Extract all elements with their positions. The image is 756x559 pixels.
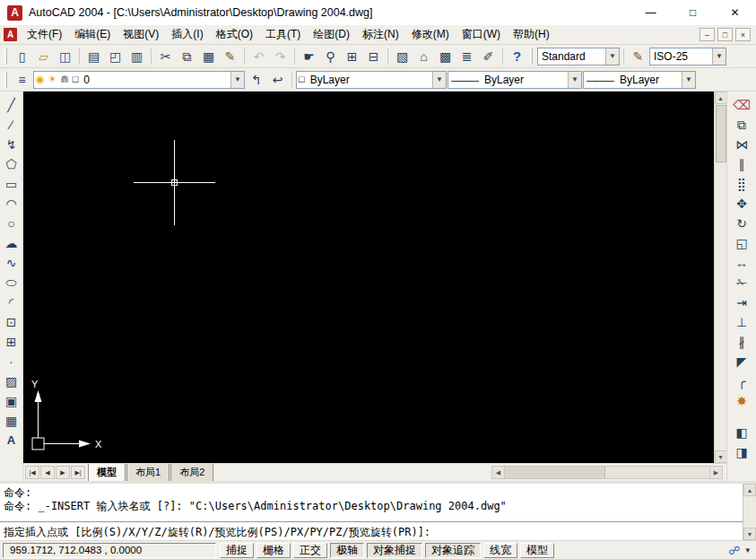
zoom-window-button[interactable]: ⊞: [342, 47, 362, 66]
break-at-point-button[interactable]: ⊥: [732, 312, 752, 331]
toggle-lwt[interactable]: 线宽: [483, 543, 517, 558]
command-prompt-input[interactable]: 指定插入点或 [比例(S)/X/Y/Z/旋转(R)/预览比例(PS)/PX/PY…: [0, 521, 743, 540]
insert-block-button[interactable]: ⊡: [2, 312, 22, 331]
menu-window[interactable]: 窗口(W): [456, 24, 507, 45]
toolbar-grip[interactable]: [4, 72, 7, 88]
break-button[interactable]: ∦: [732, 332, 752, 351]
offset-button[interactable]: ∥: [732, 154, 752, 173]
publish-button[interactable]: ▥: [126, 47, 147, 66]
menu-insert[interactable]: 插入(I): [165, 24, 209, 45]
rectangle-button[interactable]: ▭: [2, 174, 22, 193]
erase-button[interactable]: ⌫: [732, 95, 752, 114]
toolbar-grip[interactable]: [4, 48, 7, 65]
toggle-snap[interactable]: 捕捉: [220, 543, 254, 558]
tab-last-button[interactable]: ▶|: [71, 466, 85, 479]
lineweight-combo[interactable]: ——— ByLayer ▼: [583, 71, 696, 89]
scale-button[interactable]: ◱: [732, 233, 752, 252]
color-combo[interactable]: □ ByLayer ▼: [296, 71, 447, 89]
zoom-realtime-button[interactable]: ⚲: [320, 47, 341, 66]
menu-file[interactable]: 文件(F): [21, 24, 68, 45]
menu-format[interactable]: 格式(O): [210, 24, 259, 45]
scroll-up-icon[interactable]: ▲: [743, 484, 756, 496]
menu-draw[interactable]: 绘图(D): [307, 24, 356, 45]
mtext-button[interactable]: A: [2, 431, 22, 450]
dimstyle-button[interactable]: ✎: [628, 47, 648, 66]
table-button[interactable]: ▦: [2, 411, 22, 430]
tab-model[interactable]: 模型: [88, 464, 126, 483]
linetype-combo[interactable]: ——— ByLayer ▼: [448, 71, 582, 89]
make-block-button[interactable]: ⊞: [2, 332, 22, 351]
toggle-ortho[interactable]: 正交: [293, 543, 327, 558]
minimize-button[interactable]: —: [630, 0, 672, 25]
communication-center-icon[interactable]: ☍: [728, 544, 740, 557]
dropdown-arrow-icon[interactable]: ▼: [230, 72, 244, 88]
redo-button[interactable]: ↷: [270, 47, 291, 66]
designcenter-button[interactable]: ⌂: [413, 47, 434, 66]
polyline-button[interactable]: ↯: [2, 135, 22, 153]
status-menu-arrow-icon[interactable]: ▾: [745, 546, 750, 555]
horizontal-scrollbar-track[interactable]: [605, 467, 709, 478]
region-button[interactable]: ▣: [2, 391, 22, 410]
scroll-right-icon[interactable]: ▶: [709, 467, 722, 478]
ellipse-arc-button[interactable]: ◜: [2, 293, 22, 311]
toggle-osnap[interactable]: 对象捕捉: [367, 543, 422, 558]
drawing-canvas[interactable]: Y X: [23, 92, 714, 463]
ellipse-button[interactable]: ⬭: [2, 273, 22, 292]
vertical-scrollbar-thumb[interactable]: [716, 105, 726, 162]
layer-combo[interactable]: ◉ ☀ ⋒ □ 0 ▼: [33, 71, 245, 89]
revcloud-button[interactable]: ☁: [2, 233, 22, 252]
copy-button[interactable]: ⧉: [177, 47, 197, 66]
dim-style-combo[interactable]: ISO-25 ▼: [649, 48, 726, 66]
save-button[interactable]: ◫: [55, 47, 75, 66]
dropdown-arrow-icon[interactable]: ▼: [568, 72, 581, 88]
toolpalettes-button[interactable]: ▩: [435, 47, 456, 66]
horizontal-scrollbar-thumb[interactable]: [505, 467, 605, 478]
dropdown-arrow-icon[interactable]: ▼: [605, 48, 619, 65]
toggle-polar[interactable]: 极轴: [330, 543, 364, 558]
polygon-button[interactable]: ⬠: [2, 154, 22, 173]
new-button[interactable]: ▯: [12, 47, 32, 66]
menu-modify[interactable]: 修改(M): [405, 24, 456, 45]
help-button[interactable]: ?: [507, 47, 527, 66]
toggle-otrack[interactable]: 对象追踪: [425, 543, 481, 558]
properties-button[interactable]: ▧: [392, 47, 413, 66]
pan-button[interactable]: ☛: [299, 47, 319, 66]
style-combo[interactable]: Standard ▼: [537, 48, 620, 66]
dropdown-arrow-icon[interactable]: ▼: [432, 72, 446, 88]
tab-next-button[interactable]: ▶: [56, 466, 70, 479]
matchprops-button[interactable]: ✎: [220, 47, 240, 66]
preview-button[interactable]: ◰: [105, 47, 126, 66]
hatch-button[interactable]: ▨: [2, 371, 22, 390]
circle-button[interactable]: ○: [2, 214, 22, 232]
menu-tools[interactable]: 工具(T): [259, 24, 307, 45]
open-button[interactable]: ▱: [33, 47, 54, 66]
undo-button[interactable]: ↶: [248, 47, 269, 66]
make-layer-current-button[interactable]: ↰: [246, 70, 266, 90]
draworder-front-button[interactable]: ◧: [732, 423, 752, 441]
tab-layout2[interactable]: 布局2: [170, 464, 213, 483]
rotate-button[interactable]: ↻: [732, 214, 752, 232]
copy-object-button[interactable]: ⧉: [732, 115, 752, 134]
stretch-button[interactable]: ↔: [732, 253, 752, 272]
array-button[interactable]: ⣿: [732, 174, 752, 193]
explode-button[interactable]: ✸: [732, 391, 752, 410]
tab-prev-button[interactable]: ◀: [40, 466, 55, 479]
menu-view[interactable]: 视图(V): [117, 24, 165, 45]
menu-dimension[interactable]: 标注(N): [356, 24, 405, 45]
scroll-down-icon[interactable]: ▼: [743, 528, 756, 540]
tab-layout1[interactable]: 布局1: [126, 464, 169, 483]
fillet-button[interactable]: ╭: [732, 371, 752, 390]
vertical-scrollbar[interactable]: ▲ ▼: [714, 92, 726, 463]
dropdown-arrow-icon[interactable]: ▼: [712, 48, 726, 65]
coordinate-display[interactable]: 959.1712, 712.0483 , 0.0000: [3, 543, 216, 558]
sheetset-button[interactable]: ≣: [456, 47, 477, 66]
xline-button[interactable]: ∕: [2, 115, 22, 134]
markup-button[interactable]: ✐: [478, 47, 499, 66]
layer-previous-button[interactable]: ↩: [267, 70, 288, 90]
chamfer-button[interactable]: ◤: [732, 352, 752, 371]
scroll-down-icon[interactable]: ▼: [715, 450, 727, 463]
drawing-minimize-button[interactable]: –: [700, 28, 715, 41]
command-scrollbar[interactable]: ▲ ▼: [743, 484, 756, 540]
maximize-button[interactable]: □: [672, 0, 714, 25]
toggle-grid[interactable]: 栅格: [256, 543, 291, 558]
